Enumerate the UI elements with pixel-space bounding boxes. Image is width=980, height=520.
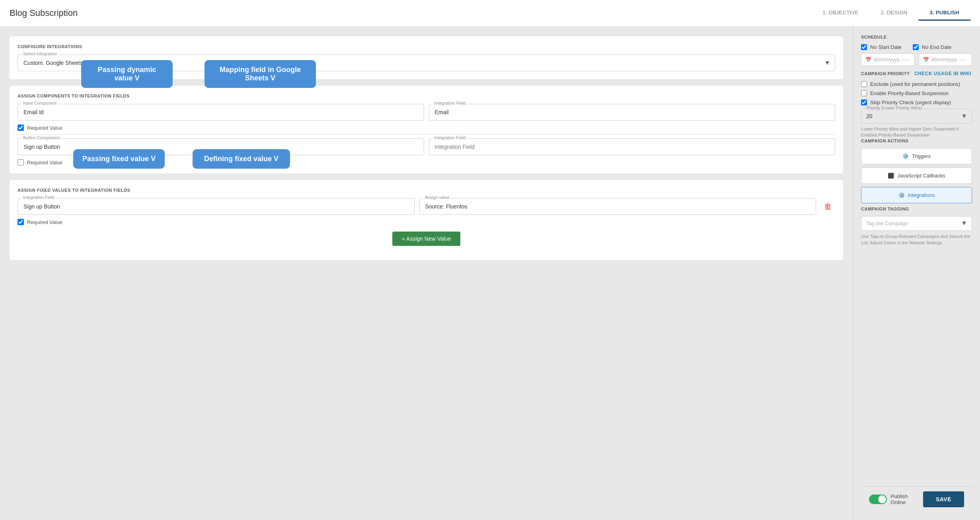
required-checkbox-1[interactable] [18,125,24,131]
required-checkbox-fixed[interactable] [18,219,24,225]
required-row-1: Required Value [18,125,835,131]
publish-online-label: Publish Online [891,493,923,505]
fixed-integration-input[interactable] [18,198,415,215]
triggers-button[interactable]: ⚙️ Triggers [861,148,972,164]
tagging-hint: Use Tags to Group Relevant Campaigns and… [861,233,972,246]
priority-suspension-checkbox[interactable] [861,90,867,96]
assign-fixed-values-title: ASSIGN FIXED VALUES TO INTEGRATION FIELD… [18,188,835,193]
no-start-date-label: No Start Date [870,44,902,50]
input-component-field-1[interactable] [18,104,424,121]
js-callbacks-button[interactable]: ⬛ JavaScript Callbacks [861,167,972,184]
configure-integrations-title: CONFIGURE INTEGRATIONS [18,44,835,49]
integration-field-input-2[interactable] [429,138,836,155]
js-callbacks-label: JavaScript Callbacks [897,173,945,179]
tab-publish[interactable]: 3. PUBLISH [918,6,970,21]
select-integration-wrapper: Select Integration Custom: Google Sheets… [18,55,835,71]
end-date-field[interactable]: 📅 dd/mm/yyyy, --:-- [919,53,972,66]
assign-value-label: Assign value [423,195,451,200]
assign-components-title: ASSIGN COMPONENTS TO INTEGRATION FIELDS [18,93,835,98]
exclude-row: Exclude (used for permanent positions) [861,81,972,87]
campaign-priority-section: CAMPAIGN PRIORITY Check Usage in Wiki Ex… [861,71,972,138]
integrations-label: Integrations [908,192,935,198]
select-integration-input[interactable]: Custom: Google Sheets [18,55,835,71]
component-row-2: Button Component Integration Field [18,138,835,155]
schedule-section: SCHEDULE No Start Date No End Date 📅 dd/… [861,35,972,71]
integration-field-label-1: Integration Field [433,101,468,105]
priority-suspension-label: Enable Priority-Based Suspension [870,90,949,96]
publish-online-toggle[interactable]: Publish Online [869,493,923,505]
skip-priority-checkbox[interactable] [861,99,867,105]
divider-1 [18,134,835,134]
tab-objective[interactable]: 1. OBJECTIVE [811,6,869,21]
no-end-date-label: No End Date [922,44,951,50]
no-end-date-checkbox[interactable] [913,44,919,50]
left-panel: CONFIGURE INTEGRATIONS Select Integratio… [0,27,853,520]
start-date-field[interactable]: 📅 dd/mm/yyyy, --:-- [861,53,915,66]
assign-value-group: Assign value [419,198,816,215]
priority-select-wrapper: Priority (Lower Priority Wins) 20 ▼ [861,109,972,124]
trigger-icon: ⚙️ [902,153,909,159]
input-component-field-2[interactable] [18,138,424,155]
exclude-checkbox[interactable] [861,81,867,87]
tag-campaign-select[interactable]: Tag the Campaign [861,216,972,231]
integration-field-group-1: Integration Field [429,104,836,121]
component-row-1: Input Component Integration Field [18,104,835,121]
assign-fixed-values-section: ASSIGN FIXED VALUES TO INTEGRATION FIELD… [10,180,843,260]
date-row: 📅 dd/mm/yyyy, --:-- 📅 dd/mm/yyyy, --:-- [861,53,972,66]
assign-value-input[interactable] [419,198,816,215]
required-label-2: Required Value [27,160,62,166]
skip-priority-label: Skip Priority Check (urgent display) [870,99,951,105]
header-tabs: 1. OBJECTIVE 2. DESIGN 3. PUBLISH [811,6,970,21]
page-title: Blog Subscription [10,8,78,18]
priority-select-label: Priority (Lower Priority Wins) [865,105,923,110]
save-button[interactable]: SAVE [923,491,964,507]
skip-priority-row: Skip Priority Check (urgent display) [861,99,972,105]
tag-campaign-wrapper: Tag the Campaign ▼ [861,216,972,231]
required-label-fixed: Required Value [27,219,62,225]
js-icon: ⬛ [888,173,894,179]
spacer [861,246,972,486]
delete-row-button[interactable]: 🗑 [821,199,835,214]
integrations-icon: ⚙️ [898,192,905,198]
toggle-control[interactable] [869,495,887,504]
campaign-actions-section: CAMPAIGN ACTIONS ⚙️ Triggers ⬛ JavaScrip… [861,138,972,206]
input-component-group-2: Button Component [18,138,424,155]
exclude-label: Exclude (used for permanent positions) [870,81,960,87]
priority-note: Lower Priority Wins and Higher Gets Susp… [861,126,972,138]
wiki-link[interactable]: Check Usage in Wiki [914,71,972,76]
select-integration-label: Select Integration [21,51,59,56]
integration-field-label-2: Integration Field [433,135,468,140]
no-start-date-row: No Start Date No End Date [861,44,972,50]
integration-field-input-1[interactable] [429,104,836,121]
assign-new-value-button[interactable]: + Assign New Value [392,232,461,246]
input-component-label-1: Input Component [21,101,58,105]
input-component-label-2: Button Component [21,135,61,140]
configure-integrations-section: CONFIGURE INTEGRATIONS Select Integratio… [10,36,843,79]
fixed-integration-group: Integration Field [18,198,415,215]
fixed-integration-label: Integration Field [21,195,56,200]
end-date-placeholder: dd/mm/yyyy, --:-- [931,57,967,62]
schedule-title: SCHEDULE [861,35,972,39]
assign-components-section: ASSIGN COMPONENTS TO INTEGRATION FIELDS … [10,86,843,173]
integrations-button[interactable]: ⚙️ Integrations [861,187,972,203]
campaign-priority-title: CAMPAIGN PRIORITY Check Usage in Wiki [861,71,972,76]
required-checkbox-2[interactable] [18,159,24,166]
triggers-label: Triggers [912,153,931,159]
priority-select[interactable]: 20 [861,109,972,124]
calendar-end-icon: 📅 [923,57,929,62]
campaign-tagging-title: CAMPAIGN TAGGING [861,206,972,211]
right-panel: SCHEDULE No Start Date No End Date 📅 dd/… [853,27,980,520]
campaign-actions-title: CAMPAIGN ACTIONS [861,138,972,143]
start-date-placeholder: dd/mm/yyyy, --:-- [874,57,909,62]
no-start-date-checkbox[interactable] [861,44,867,50]
integration-field-group-2: Integration Field [429,138,836,155]
bottom-bar: Publish Online SAVE [861,486,972,512]
input-component-group-1: Input Component [18,104,424,121]
calendar-icon: 📅 [865,57,871,62]
fixed-value-row-1: Integration Field Assign value 🗑 [18,198,835,215]
required-row-2: Required Value [18,159,835,166]
priority-suspension-row: Enable Priority-Based Suspension [861,90,972,96]
required-row-fixed: Required Value [18,219,835,225]
campaign-tagging-section: CAMPAIGN TAGGING Tag the Campaign ▼ Use … [861,206,972,246]
tab-design[interactable]: 2. DESIGN [869,6,918,21]
